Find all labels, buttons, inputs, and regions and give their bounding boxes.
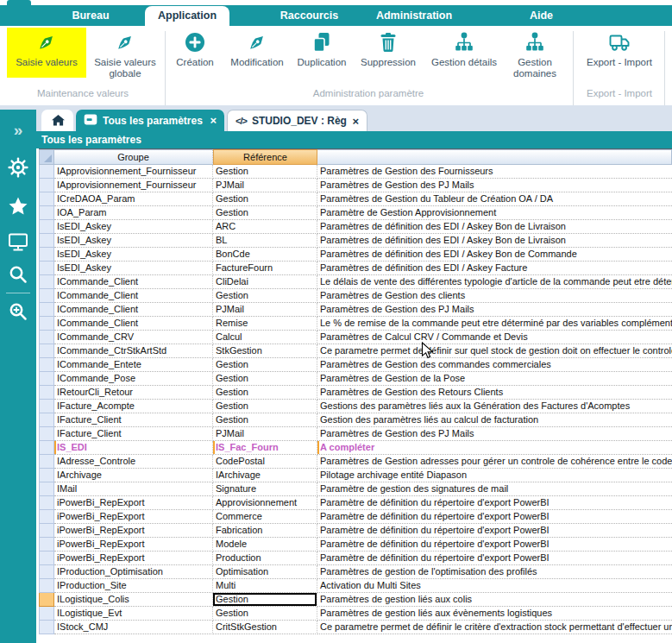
row-header[interactable] — [39, 344, 54, 358]
ribbon-button-modification[interactable]: Modification — [224, 28, 290, 100]
table-row[interactable]: IFacture_AcompteGestionGestions des para… — [39, 400, 672, 413]
cell-description[interactable]: Paramètre de définition du répertoire d'… — [317, 524, 672, 538]
column-header-groupe[interactable]: Groupe — [54, 149, 213, 165]
row-header[interactable] — [39, 607, 54, 621]
cell-groupe[interactable]: ICommande_CtrStkArtStd — [54, 344, 213, 358]
row-header[interactable] — [39, 179, 54, 192]
cell-reference[interactable]: PJMail — [213, 303, 317, 317]
cell-description[interactable]: Paramètre de gestion des signatures de m… — [317, 482, 672, 496]
cell-description[interactable]: Le % de remise de la commande peut etre … — [317, 317, 672, 331]
cell-description[interactable]: Ce parametre permet de définir sur quel … — [317, 344, 672, 358]
cell-reference[interactable]: Gestion — [213, 386, 317, 400]
table-row[interactable]: ICommande_CtrStkArtStdStkGestionCe param… — [39, 344, 672, 358]
table-row[interactable]: ICreDAOA_ParamGestionParamètres de Gesti… — [39, 192, 672, 206]
cell-description[interactable]: Pilotage archivage entité Diapason — [317, 469, 672, 482]
cell-reference[interactable]: Fabrication — [213, 524, 317, 538]
cell-reference[interactable]: PJMail — [213, 427, 317, 441]
cell-description[interactable]: Paramètres de Calcul CRV / Commande et D… — [317, 331, 672, 344]
table-row[interactable]: ICommande_CRVCalculParamètres de Calcul … — [39, 331, 672, 344]
cell-reference[interactable]: Gestion — [213, 413, 317, 427]
row-header[interactable] — [39, 400, 54, 413]
table-row[interactable]: ICommande_PoseGestionParamètres de Gesti… — [39, 372, 672, 386]
table-row[interactable]: IMailSignatureParamètre de gestion des s… — [39, 482, 672, 496]
table-row[interactable]: ICommande_ClientPJMailParamètres de Gest… — [39, 303, 672, 317]
cell-groupe[interactable]: IS_EDI — [54, 441, 213, 455]
table-row[interactable]: IsEDI_AskeyFactureFournParamètres de déf… — [39, 262, 672, 275]
table-row[interactable]: iPowerBi_RepExportApprovisionnementParam… — [39, 496, 672, 510]
cell-groupe[interactable]: ICommande_CRV — [54, 331, 213, 344]
cell-groupe[interactable]: ICommande_Client — [54, 303, 213, 317]
ribbon-button-gestion-d-tails[interactable]: Gestion détails — [426, 28, 502, 100]
cell-groupe[interactable]: IApprovisionnement_Fournisseur — [54, 165, 213, 179]
cell-groupe[interactable]: IStock_CMJ — [54, 621, 213, 634]
row-header[interactable] — [39, 248, 54, 262]
row-header[interactable] — [39, 593, 54, 607]
cell-description[interactable]: Ce parametre permet de définir le critèr… — [317, 621, 672, 634]
row-header[interactable] — [39, 538, 54, 552]
cell-reference[interactable]: Calcul — [213, 331, 317, 344]
table-row[interactable]: IsEDI_AskeyARCParamètres de définition d… — [39, 220, 672, 234]
cell-groupe[interactable]: iPowerBi_RepExport — [54, 510, 213, 524]
cell-description[interactable]: Paramètres de gestion de l'optimisation … — [317, 565, 672, 579]
row-header[interactable] — [39, 621, 54, 634]
row-header[interactable] — [39, 441, 54, 455]
cell-reference[interactable]: Gestion — [213, 607, 317, 621]
table-row[interactable]: iPowerBi_RepExportProductionParamètre de… — [39, 552, 672, 565]
cell-groupe[interactable]: ICommande_Client — [54, 317, 213, 331]
cell-groupe[interactable]: IFacture_Acompte — [54, 400, 213, 413]
table-row[interactable]: IS_EDIIS_Fac_FournA compléter — [39, 441, 672, 455]
cell-groupe[interactable]: IsEDI_Askey — [54, 262, 213, 275]
cell-reference[interactable]: Gestion — [213, 358, 317, 372]
cell-description[interactable]: Paramètre de définition du répertoire d'… — [317, 510, 672, 524]
cell-description[interactable]: Paramètre de définition du répertoire d'… — [317, 538, 672, 552]
table-row[interactable]: IFacture_ClientPJMailParamètres de Gesti… — [39, 427, 672, 441]
cell-description[interactable]: Paramètres de Gestion des PJ Mails — [317, 179, 672, 192]
cell-description[interactable]: Paramètres de Gestion du Tableur de Créa… — [317, 192, 672, 206]
cell-description[interactable]: Paramètre de définition du répertoire d'… — [317, 496, 672, 510]
table-row[interactable]: IAdresse_ControleCodePostalParamètres de… — [39, 455, 672, 469]
document-tab-studio-dev[interactable]: </>STUDIO_DEV : Règles DI...× — [227, 110, 367, 131]
cell-reference[interactable]: Gestion — [213, 400, 317, 413]
cell-description[interactable]: Paramètres de gestion liés aux colis — [317, 593, 672, 607]
cell-description[interactable]: Paramètres de Gestion des clients — [317, 289, 672, 303]
table-row[interactable]: ICommande_EnteteGestionParamètres de Ges… — [39, 358, 672, 372]
cell-groupe[interactable]: iPowerBi_RepExport — [54, 538, 213, 552]
cell-description[interactable]: Activation du Multi Sites — [317, 579, 672, 593]
cell-description[interactable]: Paramètre de définition du répertoire d'… — [317, 552, 672, 565]
table-row[interactable]: ILogistique_EvtGestionParamètres de gest… — [39, 607, 672, 621]
cell-groupe[interactable]: ILogistique_Colis — [54, 593, 213, 607]
cell-groupe[interactable]: IArchivage — [54, 469, 213, 482]
cell-groupe[interactable]: IProduction_Site — [54, 579, 213, 593]
home-tab[interactable] — [41, 110, 73, 131]
table-row[interactable]: IRetourCli_RetourGestionParamètres de Ge… — [39, 386, 672, 400]
cell-description[interactable]: Paramètres de gestion liés aux évènement… — [317, 607, 672, 621]
row-header[interactable] — [39, 565, 54, 579]
cell-reference[interactable]: Approvisionnement — [213, 496, 317, 510]
table-row[interactable]: iPowerBi_RepExportModeleParamètre de déf… — [39, 538, 672, 552]
table-row[interactable]: ICommande_ClientRemiseLe % de remise de … — [39, 317, 672, 331]
cell-groupe[interactable]: iPowerBi_RepExport — [54, 496, 213, 510]
cell-description[interactable]: Gestions des paramètres liés aux la Géné… — [317, 400, 672, 413]
row-header[interactable] — [39, 358, 54, 372]
cell-groupe[interactable]: IsEDI_Askey — [54, 220, 213, 234]
cell-reference[interactable]: Modele — [213, 538, 317, 552]
cell-reference[interactable]: Multi — [213, 579, 317, 593]
search-icon[interactable] — [7, 263, 29, 286]
cell-reference[interactable]: IArchivage — [213, 469, 317, 482]
cell-description[interactable]: Gestion des paramètres liés au calcul de… — [317, 413, 672, 427]
cell-groupe[interactable]: ICommande_Client — [54, 289, 213, 303]
row-header[interactable] — [39, 482, 54, 496]
table-row[interactable]: IOA_ParamGestionParamètre de Gestion App… — [39, 206, 672, 220]
row-header[interactable] — [39, 317, 54, 331]
cell-groupe[interactable]: IApprovisionnement_Fournisseur — [54, 179, 213, 192]
close-icon[interactable]: × — [352, 116, 359, 127]
menu-tab-application[interactable]: Application — [145, 6, 229, 26]
column-header-référence[interactable]: Référence — [213, 149, 317, 165]
row-header[interactable] — [39, 275, 54, 289]
table-row[interactable]: IApprovisionnement_FournisseurPJMailPara… — [39, 179, 672, 192]
cell-reference[interactable]: Commerce — [213, 510, 317, 524]
cell-reference[interactable]: CliDelai — [213, 275, 317, 289]
cell-groupe[interactable]: ICommande_Client — [54, 275, 213, 289]
row-header[interactable] — [39, 165, 54, 179]
row-header[interactable] — [39, 579, 54, 593]
